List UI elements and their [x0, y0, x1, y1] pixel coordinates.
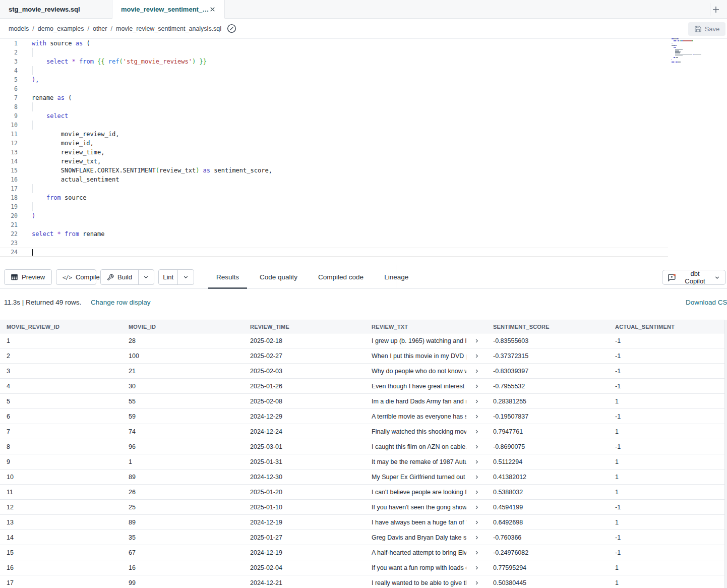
minimap-segment	[683, 40, 691, 41]
code-text	[18, 66, 32, 75]
code-line: 12 movie_id,	[0, 139, 668, 148]
cell-movie_id: 1	[122, 454, 244, 469]
preview-button[interactable]: Preview	[4, 269, 52, 285]
lint-dropdown-button[interactable]	[177, 270, 194, 284]
cell-review_time: 2025-01-31	[244, 454, 365, 469]
save-button[interactable]: Save	[688, 22, 725, 36]
compile-button[interactable]: </> Compile	[56, 269, 96, 285]
minimap-segment	[692, 40, 693, 41]
lint-button[interactable]: Lint	[159, 270, 177, 284]
cell-movie_id: 55	[122, 394, 244, 408]
cell-review_txt: A half-hearted attempt to bring Elvis P…	[365, 545, 487, 560]
expand-row-icon[interactable]	[474, 383, 479, 389]
code-text: from source	[18, 193, 86, 202]
expand-row-icon[interactable]	[474, 444, 479, 449]
file-tab-movie-review-sentiment[interactable]: movie_review_sentiment_…	[112, 0, 225, 19]
minimap-segment	[674, 47, 676, 48]
change-row-display-link[interactable]: Change row display	[91, 299, 151, 306]
results-tab-lineage[interactable]: Lineage	[376, 265, 416, 288]
dbt-copilot-button[interactable]: dbt Copilot	[662, 270, 726, 285]
review-text: A half-hearted attempt to bring Elvis P…	[372, 549, 466, 556]
editor-minimap[interactable]	[672, 38, 707, 69]
review-text: It may be the remake of 1987 Autumn'…	[372, 458, 466, 465]
lint-button-label: Lint	[163, 273, 173, 281]
cell-actual_sentiment: -1	[609, 364, 727, 378]
table-scrollbar[interactable]	[724, 320, 727, 588]
expand-row-icon[interactable]	[474, 580, 479, 585]
cell-movie_review_id: 3	[0, 364, 122, 378]
copilot-sparkle-icon	[668, 273, 676, 282]
cell-movie_id: 99	[122, 575, 244, 588]
cell-movie_id: 16	[122, 560, 244, 575]
code-line: 6	[0, 84, 668, 93]
code-editor[interactable]: 1with source as (23 select * from {{ ref…	[0, 39, 727, 265]
line-number: 4	[0, 66, 18, 75]
cell-review_time: 2025-02-03	[244, 364, 365, 378]
cell-movie_id: 89	[122, 469, 244, 484]
breadcrumb-item-2[interactable]: demo_examples	[38, 25, 84, 32]
code-line: 11 movie_review_id,	[0, 130, 668, 139]
code-text: select * from rename	[18, 229, 105, 239]
table-row: 11262025-01-20I can't believe people are…	[0, 485, 727, 500]
expand-row-icon[interactable]	[474, 519, 479, 525]
breadcrumb-item-1[interactable]: models	[9, 25, 29, 32]
expand-row-icon[interactable]	[474, 398, 479, 404]
expand-row-icon[interactable]	[474, 353, 479, 359]
expand-row-icon[interactable]	[474, 535, 479, 540]
cell-movie_review_id: 2	[0, 348, 122, 363]
file-tab-label: movie_review_sentiment_…	[121, 6, 209, 13]
review-text: I really wanted to be able to give this …	[372, 579, 466, 586]
code-token: as	[203, 167, 210, 174]
expand-row-icon[interactable]	[474, 504, 479, 510]
expand-row-icon[interactable]	[474, 414, 479, 419]
column-header: REVIEW_TXT	[365, 320, 487, 333]
code-token	[53, 230, 57, 238]
new-tab-button[interactable]	[710, 4, 722, 16]
cell-actual_sentiment: -1	[609, 500, 727, 514]
expand-row-icon[interactable]	[474, 565, 479, 570]
cell-movie_review_id: 9	[0, 454, 122, 469]
cell-movie_review_id: 15	[0, 545, 122, 560]
expand-row-icon[interactable]	[474, 368, 479, 374]
file-tab-stg-movie-reviews[interactable]: stg_movie_reviews.sql	[0, 0, 112, 18]
code-token: rename	[32, 94, 57, 101]
results-tab-label: Compiled code	[318, 273, 364, 281]
close-tab-icon[interactable]	[209, 6, 216, 13]
expand-row-icon[interactable]	[474, 550, 479, 555]
code-line: 7rename as (	[0, 93, 668, 102]
expand-row-icon[interactable]	[474, 429, 479, 434]
chevron-down-icon	[714, 274, 720, 281]
table-row: 4302025-01-26Even though I have great in…	[0, 379, 727, 394]
code-line: 24	[0, 248, 668, 257]
code-text	[18, 84, 32, 93]
results-tab-label: Code quality	[260, 273, 297, 281]
table-row: 13892024-12-19I have always been a huge …	[0, 515, 727, 530]
download-csv-link[interactable]: Download CSV	[686, 299, 727, 306]
code-token	[61, 230, 65, 238]
cell-movie_id: 21	[122, 364, 244, 378]
table-row: 17992024-12-21I really wanted to be able…	[0, 575, 727, 588]
code-line: 2	[0, 48, 668, 57]
save-button-label: Save	[705, 25, 720, 33]
expand-row-icon[interactable]	[474, 474, 479, 480]
cell-movie_id: 28	[122, 333, 244, 348]
breadcrumb-item-3[interactable]: other	[93, 25, 107, 32]
line-number: 11	[0, 130, 18, 139]
minimap-segment	[676, 45, 677, 46]
cell-review_txt: If you haven't seen the gong show TV s…	[365, 500, 487, 514]
build-dropdown-button[interactable]	[138, 270, 154, 284]
cell-sentiment_score: -0.8690075	[487, 439, 609, 454]
line-number: 10	[0, 121, 18, 130]
cell-review_txt: I have always been a huge fan of "Hom…	[365, 515, 487, 530]
expand-row-icon[interactable]	[474, 338, 479, 343]
line-number: 9	[0, 111, 18, 121]
expand-row-icon[interactable]	[474, 489, 479, 495]
expand-row-icon[interactable]	[474, 459, 479, 464]
results-tab-code-quality[interactable]: Code quality	[252, 265, 306, 288]
file-pencil-icon[interactable]	[226, 23, 237, 34]
results-tab-results[interactable]: Results	[208, 265, 247, 288]
build-button[interactable]: Build	[101, 270, 138, 284]
cell-movie_id: 89	[122, 515, 244, 530]
code-line: 19	[0, 202, 668, 211]
results-tab-compiled-code[interactable]: Compiled code	[310, 265, 372, 288]
